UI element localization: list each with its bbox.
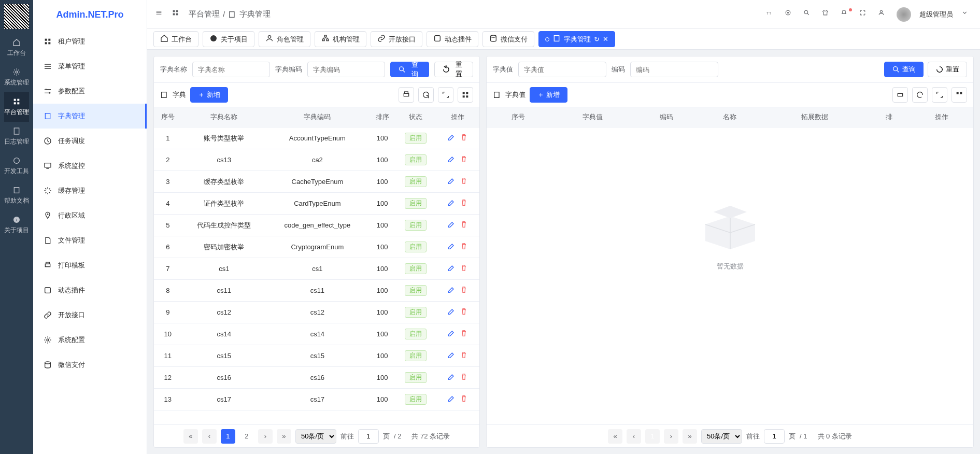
- shirt-icon[interactable]: [822, 9, 832, 20]
- edit-icon[interactable]: [447, 135, 456, 143]
- tab-users[interactable]: 角色管理: [259, 31, 310, 47]
- font-size-icon[interactable]: TT: [766, 9, 776, 20]
- table-row[interactable]: 13cs17cs17100启用: [154, 389, 479, 410]
- delete-icon[interactable]: [460, 266, 468, 274]
- goto-input[interactable]: [764, 429, 785, 444]
- fullscreen-icon[interactable]: [859, 9, 870, 20]
- search-icon[interactable]: [803, 9, 814, 20]
- tab-book[interactable]: 字典管理 ↻ ✕: [538, 31, 615, 47]
- refresh-icon[interactable]: [912, 87, 928, 103]
- pager-first-icon[interactable]: «: [183, 429, 198, 444]
- edit-icon[interactable]: [447, 375, 456, 382]
- pager-first-icon[interactable]: «: [608, 429, 622, 444]
- add-dictval-button[interactable]: ＋新增: [530, 87, 567, 103]
- tab-plugin[interactable]: 动态插件: [427, 31, 478, 47]
- table-row[interactable]: 1账号类型枚举AccountTypeEnum100启用: [154, 127, 479, 149]
- delete-icon[interactable]: [460, 222, 468, 230]
- username[interactable]: 超级管理员: [919, 10, 953, 19]
- edit-icon[interactable]: [447, 396, 456, 404]
- nav-doc[interactable]: 日志管理: [4, 122, 29, 151]
- query-button[interactable]: 查询: [390, 62, 429, 77]
- table-row[interactable]: 8cs11cs11100启用: [154, 280, 479, 302]
- pager-last-icon[interactable]: »: [683, 429, 697, 444]
- add-dict-button[interactable]: ＋新增: [190, 87, 228, 103]
- menu-item-print[interactable]: 打印模板: [33, 253, 147, 278]
- nav-grid[interactable]: 平台管理: [4, 92, 29, 122]
- tab-org[interactable]: 机构管理: [315, 31, 366, 47]
- menu-item-gear[interactable]: 系统配置: [33, 328, 147, 352]
- close-icon[interactable]: ✕: [603, 35, 608, 43]
- delete-icon[interactable]: [460, 244, 468, 252]
- edit-icon[interactable]: [447, 179, 456, 187]
- edit-icon[interactable]: [447, 353, 456, 361]
- nav-wrench[interactable]: 开发工具: [4, 151, 29, 181]
- grid-icon[interactable]: [172, 9, 182, 20]
- goto-input[interactable]: [358, 429, 379, 444]
- edit-icon[interactable]: [447, 331, 456, 339]
- menu-item-monitor[interactable]: 系统监控: [33, 153, 147, 178]
- tab-home[interactable]: 工作台: [153, 31, 198, 47]
- nav-info[interactable]: i关于项目: [4, 210, 29, 240]
- page-size-select[interactable]: 50条/页: [701, 429, 742, 444]
- chevron-down-icon[interactable]: [961, 9, 972, 20]
- page-1[interactable]: 1: [645, 429, 660, 444]
- page-2[interactable]: 2: [239, 429, 254, 444]
- menu-item-grid[interactable]: 租户管理: [33, 29, 147, 54]
- collapse-icon[interactable]: [155, 9, 166, 20]
- delete-icon[interactable]: [460, 375, 468, 382]
- tab-link[interactable]: 开放接口: [371, 31, 422, 47]
- reset-button[interactable]: 重置: [928, 62, 967, 77]
- menu-item-db[interactable]: 微信支付: [33, 352, 147, 377]
- table-row[interactable]: 2cs13ca2100启用: [154, 149, 479, 171]
- pager-prev-icon[interactable]: ‹: [627, 429, 641, 444]
- menu-item-plugin[interactable]: 动态插件: [33, 278, 147, 303]
- delete-icon[interactable]: [460, 331, 468, 339]
- page-1[interactable]: 1: [221, 429, 235, 444]
- menu-item-sliders[interactable]: 参数配置: [33, 79, 147, 104]
- expand-icon[interactable]: [438, 87, 453, 103]
- edit-icon[interactable]: [447, 266, 456, 274]
- print-icon[interactable]: [399, 87, 414, 103]
- table-row[interactable]: 6密码加密枚举CryptogramEnum100启用: [154, 236, 479, 258]
- nav-gear[interactable]: 系统管理: [4, 63, 29, 92]
- menu-item-menu[interactable]: 菜单管理: [33, 54, 147, 79]
- delete-icon[interactable]: [460, 353, 468, 361]
- menu-item-file[interactable]: 文件管理: [33, 228, 147, 253]
- delete-icon[interactable]: [460, 309, 468, 317]
- dict-name-input[interactable]: [192, 62, 270, 77]
- pager-next-icon[interactable]: ›: [664, 429, 678, 444]
- tab-info[interactable]: i关于项目: [203, 31, 254, 47]
- edit-icon[interactable]: [447, 222, 456, 230]
- refresh-icon[interactable]: [418, 87, 434, 103]
- edit-icon[interactable]: [447, 309, 456, 317]
- delete-icon[interactable]: [460, 396, 468, 404]
- menu-item-pin[interactable]: 行政区域: [33, 203, 147, 228]
- table-row[interactable]: 5代码生成控件类型code_gen_effect_type100启用: [154, 215, 479, 236]
- pager-next-icon[interactable]: ›: [258, 429, 273, 444]
- menu-item-clock[interactable]: 任务调度: [33, 129, 147, 153]
- grid-toggle-icon[interactable]: [951, 87, 967, 103]
- delete-icon[interactable]: [460, 179, 468, 187]
- edit-icon[interactable]: [447, 288, 456, 295]
- delete-icon[interactable]: [460, 157, 468, 165]
- delete-icon[interactable]: [460, 135, 468, 143]
- query-button[interactable]: 查询: [884, 62, 924, 77]
- dictval-code-input[interactable]: [630, 62, 718, 77]
- bell-icon[interactable]: [841, 9, 851, 20]
- table-row[interactable]: 3缓存类型枚举CacheTypeEnum100启用: [154, 171, 479, 193]
- reset-button[interactable]: 重置: [434, 62, 473, 77]
- menu-item-book[interactable]: 字典管理: [33, 104, 147, 129]
- table-row[interactable]: 7cs1cs1100启用: [154, 258, 479, 280]
- dictval-input[interactable]: [518, 62, 606, 77]
- avatar[interactable]: [897, 7, 911, 22]
- pager-prev-icon[interactable]: ‹: [202, 429, 217, 444]
- table-row[interactable]: 10cs14cs14100启用: [154, 323, 479, 345]
- refresh-icon[interactable]: ↻: [594, 35, 600, 43]
- menu-item-link[interactable]: 开放接口: [33, 303, 147, 328]
- user-icon[interactable]: [878, 9, 888, 20]
- pager-last-icon[interactable]: »: [277, 429, 291, 444]
- page-size-select[interactable]: 50条/页: [295, 429, 336, 444]
- nav-home[interactable]: 工作台: [4, 33, 29, 63]
- theme-icon[interactable]: [785, 9, 795, 20]
- print-icon[interactable]: [892, 87, 908, 103]
